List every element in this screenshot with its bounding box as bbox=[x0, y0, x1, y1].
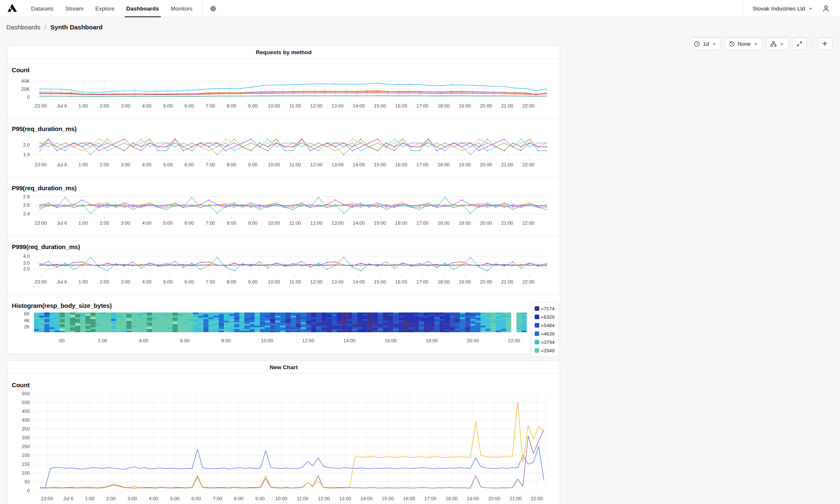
y-tick-label: 100 bbox=[13, 470, 30, 476]
time-range-button[interactable]: 1d bbox=[690, 37, 721, 50]
heatmap-cell bbox=[198, 323, 204, 324]
heatmap-cell bbox=[183, 327, 188, 329]
heatmap-cell bbox=[496, 329, 501, 331]
compare-against-button[interactable]: None bbox=[724, 37, 763, 50]
heatmap-cell bbox=[193, 326, 199, 327]
heatmap-cell bbox=[383, 319, 388, 321]
x-tick-label: 18:00 bbox=[446, 496, 458, 501]
x-axis-tick bbox=[274, 158, 274, 160]
heatmap-cell bbox=[480, 314, 486, 316]
nav-item-stream[interactable]: Stream bbox=[59, 0, 89, 17]
heatmap-cell bbox=[229, 324, 234, 326]
heatmap-cell bbox=[465, 321, 470, 323]
heatmap-cell bbox=[517, 316, 522, 318]
settings-gear-button[interactable] bbox=[207, 3, 219, 15]
heatmap-cell bbox=[80, 312, 86, 314]
org-switcher[interactable]: Slovak Industries Ltd bbox=[753, 5, 814, 12]
heatmap-cell bbox=[517, 314, 522, 316]
heatmap-cell bbox=[419, 318, 424, 319]
heatmap-cell bbox=[357, 312, 363, 314]
expand-full-width-button[interactable] bbox=[792, 37, 807, 50]
heatmap-cell bbox=[136, 321, 142, 323]
x-axis-tick bbox=[104, 216, 105, 218]
heatmap-cell bbox=[96, 329, 101, 331]
heatmap-cell bbox=[445, 324, 450, 326]
heatmap-cell bbox=[178, 329, 183, 331]
heatmap-cell bbox=[275, 319, 281, 321]
heatmap-cell bbox=[75, 314, 81, 316]
section-divider bbox=[8, 177, 560, 178]
heatmap-cell bbox=[465, 319, 470, 321]
heatmap-cell bbox=[486, 314, 491, 316]
x-tick-label: 10:00 bbox=[268, 220, 280, 226]
heatmap-cell bbox=[460, 323, 465, 324]
nav-item-monitors[interactable]: Monitors bbox=[165, 0, 199, 17]
heatmap-cell bbox=[224, 318, 229, 319]
heatmap-cell bbox=[229, 316, 234, 318]
user-menu-button[interactable] bbox=[819, 2, 832, 15]
heatmap-cell bbox=[439, 319, 445, 321]
heatmap-cell bbox=[316, 327, 322, 329]
heatmap-cell bbox=[434, 329, 440, 331]
breadcrumb: Dashboards / Synth Dashboard bbox=[6, 24, 102, 31]
breadcrumb-dashboards-link[interactable]: Dashboards bbox=[6, 24, 40, 31]
heatmap-cell bbox=[352, 319, 358, 321]
x-tick-label: 13:00 bbox=[331, 279, 344, 285]
heatmap-cell bbox=[470, 312, 476, 314]
heatmap-cell bbox=[475, 319, 481, 321]
heatmap-cell bbox=[404, 326, 409, 327]
heatmap-cell bbox=[80, 314, 86, 316]
heatmap-cell bbox=[409, 323, 414, 324]
y-tick-label: 4.0 bbox=[13, 253, 30, 259]
add-chart-button[interactable] bbox=[817, 37, 832, 50]
nav-item-dashboards[interactable]: Dashboards bbox=[121, 0, 165, 17]
heatmap-cell bbox=[162, 327, 168, 329]
heatmap-cell bbox=[203, 319, 209, 321]
heatmap-cell bbox=[522, 312, 527, 314]
heatmap-cell bbox=[506, 316, 512, 318]
heatmap-cell bbox=[142, 324, 147, 326]
heatmap-cell bbox=[157, 327, 163, 329]
heatmap-cell bbox=[465, 331, 470, 332]
heatmap-cell bbox=[506, 329, 512, 331]
heatmap-cell bbox=[291, 323, 296, 324]
x-tick-label: 14:00 bbox=[353, 279, 365, 285]
heatmap-cell bbox=[362, 312, 368, 314]
heatmap-cell bbox=[219, 331, 224, 332]
x-tick-label: 10:00 bbox=[275, 496, 287, 501]
heatmap-cell bbox=[439, 329, 445, 331]
heatmap-cell bbox=[301, 312, 306, 314]
x-tick-label: 18:00 bbox=[438, 279, 450, 285]
heatmap-cell bbox=[244, 321, 250, 323]
heatmap-cell bbox=[291, 314, 296, 316]
layout-options-button[interactable] bbox=[766, 37, 789, 50]
nav-item-datasets[interactable]: Datasets bbox=[25, 0, 59, 17]
heatmap-cell bbox=[157, 321, 163, 323]
heatmap-cell bbox=[311, 321, 317, 323]
heatmap-cell bbox=[162, 314, 168, 316]
heatmap-cell bbox=[75, 324, 81, 326]
heatmap-cell bbox=[126, 331, 132, 332]
heatmap-cell bbox=[70, 312, 76, 314]
heatmap-cell bbox=[404, 318, 409, 319]
heatmap-cell bbox=[439, 316, 445, 318]
x-tick-label: 2:00 bbox=[100, 103, 109, 109]
heatmap-cell bbox=[229, 331, 234, 332]
heatmap-cell bbox=[419, 321, 424, 323]
heatmap-cell bbox=[178, 326, 183, 327]
heatmap-cell bbox=[111, 319, 116, 321]
heatmap-cell bbox=[249, 318, 255, 319]
heatmap-cell bbox=[342, 318, 347, 319]
plus-icon bbox=[822, 40, 828, 47]
heatmap-cell bbox=[326, 324, 332, 326]
heatmap-cell bbox=[434, 326, 440, 327]
nav-item-explore[interactable]: Explore bbox=[89, 0, 121, 17]
heatmap-cell bbox=[162, 316, 168, 318]
legend-swatch bbox=[535, 306, 539, 311]
axiom-logo[interactable] bbox=[7, 3, 18, 14]
heatmap-cell bbox=[429, 331, 435, 332]
heatmap-cell bbox=[126, 318, 132, 319]
heatmap-cell bbox=[157, 326, 163, 327]
heatmap-cell bbox=[517, 318, 522, 319]
heatmap-cell bbox=[399, 326, 404, 327]
